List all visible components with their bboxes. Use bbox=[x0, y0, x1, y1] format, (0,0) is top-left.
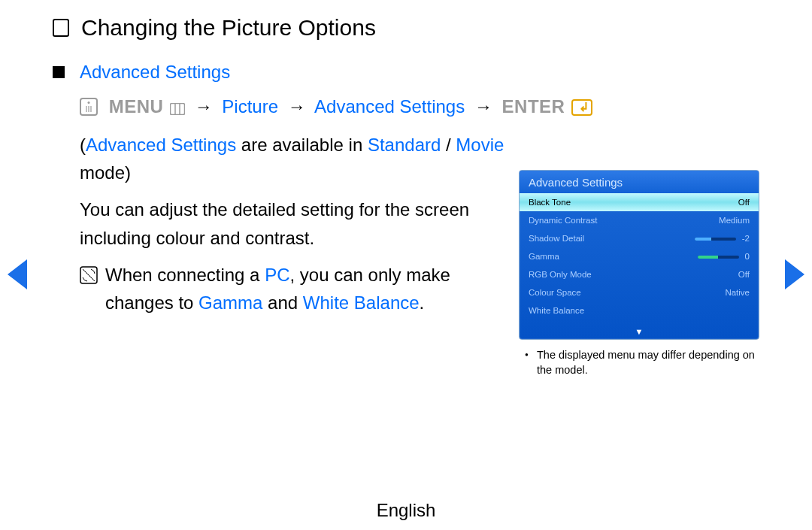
menu-item-black-tone[interactable]: Black Tone Off bbox=[520, 193, 759, 211]
section-heading: Advanced Settings bbox=[80, 62, 759, 83]
menu-item-shadow-detail[interactable]: Shadow Detail -2 bbox=[520, 229, 759, 247]
menu-caption: The displayed menu may differ depending … bbox=[519, 347, 759, 378]
menu-label: MENU bbox=[109, 96, 164, 117]
page-title: Changing the Picture Options bbox=[81, 15, 376, 41]
menu-item-white-balance[interactable]: White Balance bbox=[520, 301, 759, 320]
tv-menu-title: Advanced Settings bbox=[520, 171, 759, 193]
body-paragraph: You can adjust the detailed setting for … bbox=[80, 195, 523, 251]
square-bullet-icon bbox=[53, 66, 65, 78]
path-advanced: Advanced Settings bbox=[314, 96, 465, 117]
note-icon bbox=[80, 264, 98, 292]
menu-item-rgb-only-mode[interactable]: RGB Only Mode Off bbox=[520, 265, 759, 283]
footer-language: English bbox=[0, 500, 812, 521]
enter-label: ENTER bbox=[502, 96, 565, 117]
pc-note: When connecting a PC, you can only make … bbox=[80, 261, 523, 316]
path-picture: Picture bbox=[222, 96, 278, 117]
menu-item-dynamic-contrast[interactable]: Dynamic Contrast Medium bbox=[520, 211, 759, 229]
enter-icon bbox=[571, 99, 592, 116]
availability-note: (Advanced Settings are available in Stan… bbox=[80, 131, 523, 186]
menu-path: MENU → Picture → Advanced Settings → ENT… bbox=[80, 96, 759, 120]
bookmark-icon bbox=[53, 19, 69, 37]
svg-point-1 bbox=[88, 101, 90, 104]
menu-item-colour-space[interactable]: Colour Space Native bbox=[520, 283, 759, 301]
svg-rect-2 bbox=[171, 104, 185, 115]
slider-shadow-detail bbox=[695, 238, 736, 241]
menu-item-gamma[interactable]: Gamma 0 bbox=[520, 247, 759, 265]
slider-gamma bbox=[698, 256, 739, 259]
tv-menu-panel: Advanced Settings Black Tone Off Dynamic… bbox=[519, 170, 759, 340]
menu-scroll-down-icon[interactable]: ▼ bbox=[520, 329, 759, 339]
menu-grid-icon bbox=[170, 98, 185, 120]
page-title-row: Changing the Picture Options bbox=[53, 15, 759, 41]
tv-menu-container: Advanced Settings Black Tone Off Dynamic… bbox=[519, 170, 759, 378]
remote-menu-icon bbox=[80, 98, 98, 120]
